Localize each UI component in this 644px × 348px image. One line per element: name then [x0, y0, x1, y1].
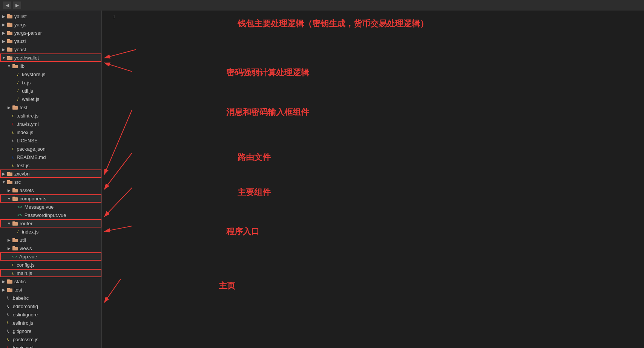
tree-item-label: Message.vue	[25, 204, 54, 210]
chevron-icon: ▶	[7, 188, 11, 192]
tree-item-yauzl[interactable]: ▶ yauzl	[0, 37, 101, 45]
tree-item-.postcssrc.js[interactable]: /..postcssrc.js	[0, 335, 101, 343]
tree-item-yoethwallet[interactable]: ▼ yoethwallet	[0, 53, 101, 62]
tree-item-main.js[interactable]: /.main.js	[0, 269, 101, 277]
file-icon: /.	[12, 122, 15, 126]
tree-item-label: config.js	[17, 262, 35, 268]
file-icon: /.	[7, 337, 10, 342]
tree-item-assets[interactable]: ▶ assets	[0, 186, 101, 194]
tree-item-.editorconfig[interactable]: /..editorconfig	[0, 302, 101, 310]
svg-line-40	[104, 226, 132, 232]
tree-item-PasswordInput.vue[interactable]: <>PasswordInput.vue	[0, 211, 101, 219]
file-icon: /.	[12, 147, 15, 151]
tree-item-wallet.js[interactable]: /.wallet.js	[0, 95, 101, 103]
tree-item-Message.vue[interactable]: <>Message.vue	[0, 203, 101, 211]
annotation-ann7: 主页	[219, 280, 235, 292]
svg-rect-13	[12, 64, 15, 65]
svg-rect-6	[7, 40, 12, 43]
svg-line-35	[104, 50, 136, 58]
tree-item-label: .travis.yml	[17, 121, 39, 127]
svg-rect-32	[7, 288, 12, 292]
tree-item-label: yeast	[14, 47, 26, 52]
tree-item-.eslintrc.js[interactable]: /..eslintrc.js	[0, 111, 101, 120]
back-button[interactable]: ◀	[3, 2, 11, 9]
tree-item-README.md[interactable]: /.README.md	[0, 153, 101, 161]
tree-item-index.js[interactable]: /.index.js	[0, 128, 101, 136]
svg-rect-25	[12, 221, 15, 223]
tree-item-router[interactable]: ▼ router	[0, 219, 101, 227]
svg-rect-16	[7, 172, 12, 176]
tree-item-label: index.js	[22, 229, 38, 235]
file-icon: /.	[12, 138, 15, 143]
arrows-svg	[102, 11, 644, 348]
file-icon: /.	[17, 97, 20, 101]
tree-item-.travis.yml[interactable]: /..travis.yml	[0, 120, 101, 128]
svg-rect-18	[7, 181, 12, 184]
tree-item-.eslintignore[interactable]: /..eslintignore	[0, 310, 101, 319]
svg-rect-3	[7, 23, 10, 24]
tree-item-label: yargs-parser	[14, 30, 42, 36]
folder-icon	[12, 220, 18, 226]
tree-item-router-index.js[interactable]: /.index.js	[0, 227, 101, 236]
file-icon: /.	[7, 345, 10, 348]
file-icon: <>	[17, 213, 23, 217]
tree-item-test[interactable]: ▶ test	[0, 103, 101, 111]
file-icon: /.	[12, 163, 15, 168]
chevron-icon: ▼	[7, 221, 11, 226]
tree-item-label: assets	[20, 188, 34, 193]
tree-item-label: yoethwallet	[14, 55, 39, 61]
folder-icon	[12, 237, 18, 243]
tree-item-static[interactable]: ▶ static	[0, 277, 101, 285]
tree-item-label: static	[14, 279, 26, 284]
tree-item-label: .babelrc	[11, 295, 29, 301]
tree-item-.travis.yml-root[interactable]: /..travis.yml	[0, 343, 101, 348]
svg-rect-1	[7, 14, 10, 15]
tree-item-.babelrc[interactable]: /..babelrc	[0, 294, 101, 302]
svg-rect-31	[7, 279, 10, 281]
tree-item-label: index.js	[17, 130, 33, 135]
svg-rect-26	[12, 239, 18, 242]
svg-line-38	[104, 153, 132, 189]
svg-rect-24	[12, 222, 18, 226]
tree-item-tx.js[interactable]: /.tx.js	[0, 78, 101, 87]
svg-rect-17	[7, 172, 10, 173]
folder-icon	[7, 13, 13, 19]
folder-icon	[12, 187, 18, 193]
svg-rect-14	[12, 106, 18, 110]
chevron-icon: ▶	[2, 39, 6, 43]
tree-item-components[interactable]: ▼ components	[0, 194, 101, 203]
svg-rect-22	[12, 197, 18, 201]
tree-item-zxcvbn[interactable]: ▶ zxcvbn	[0, 169, 101, 178]
tree-item-label: main.js	[17, 270, 32, 276]
tree-item-App.vue[interactable]: <>App.vue	[0, 252, 101, 261]
tree-item-yargs-parser[interactable]: ▶ yargs-parser	[0, 29, 101, 37]
tree-item-.eslintrc.js-root[interactable]: /..eslintrc.js	[0, 319, 101, 327]
folder-icon	[7, 21, 13, 27]
annotation-ann6: 程序入口	[226, 226, 259, 237]
tree-item-test.js[interactable]: /.test.js	[0, 161, 101, 169]
tree-item-.gitignore[interactable]: /..gitignore	[0, 327, 101, 335]
file-icon: /.	[17, 72, 20, 76]
tree-item-LICENSE[interactable]: /.LICENSE	[0, 136, 101, 145]
file-icon: /.	[7, 329, 10, 333]
forward-button[interactable]: ▶	[13, 2, 21, 9]
tree-item-util.js[interactable]: /.util.js	[0, 87, 101, 95]
tree-item-package.json[interactable]: /.package.json	[0, 145, 101, 153]
folder-icon	[7, 278, 13, 284]
tree-item-yallist[interactable]: ▶ yallist	[0, 12, 101, 20]
tree-item-util[interactable]: ▶ util	[0, 236, 101, 244]
folder-icon	[7, 287, 13, 293]
top-toolbar: ◀ ▶	[0, 0, 644, 11]
tree-item-keystore.js[interactable]: /.keystore.js	[0, 70, 101, 78]
file-icon: /.	[12, 113, 15, 118]
annotation-ann2: 密码强弱计算处理逻辑	[226, 67, 309, 78]
tree-item-config.js[interactable]: /.config.js	[0, 261, 101, 269]
tree-item-lib[interactable]: ▼ lib	[0, 62, 101, 70]
tree-item-test-root[interactable]: ▶ test	[0, 285, 101, 294]
svg-rect-12	[12, 65, 18, 68]
tree-item-yargs[interactable]: ▶ yargs	[0, 20, 101, 29]
tree-item-yeast[interactable]: ▶ yeast	[0, 45, 101, 53]
tree-item-src[interactable]: ▼ src	[0, 178, 101, 186]
folder-icon	[12, 195, 18, 201]
tree-item-views[interactable]: ▶ views	[0, 244, 101, 252]
